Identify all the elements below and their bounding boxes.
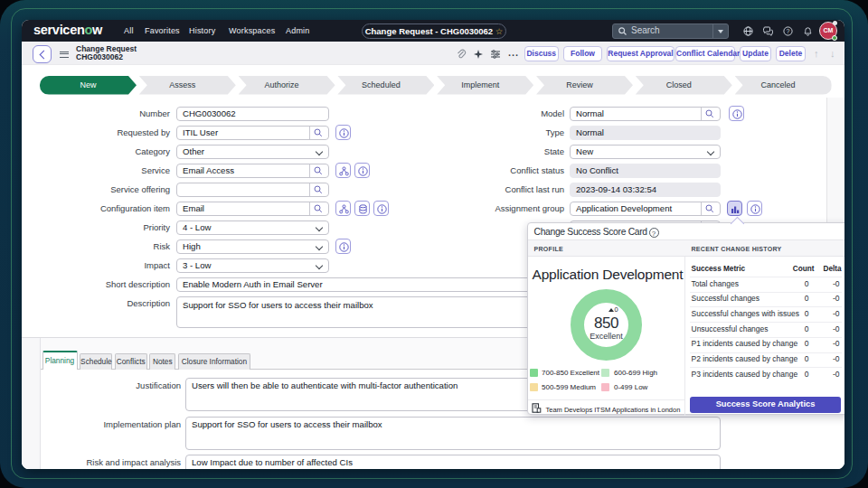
svg-text:?: ? bbox=[787, 28, 790, 34]
